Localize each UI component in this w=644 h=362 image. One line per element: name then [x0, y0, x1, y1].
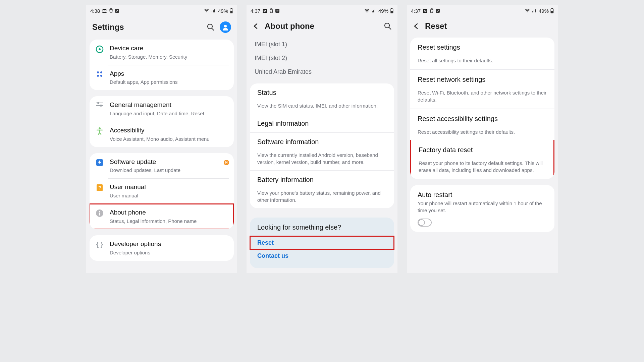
battery-icon [390, 8, 393, 13]
item-title: Status [257, 88, 387, 97]
svg-line-5 [212, 28, 214, 31]
item-title: About phone [110, 208, 229, 217]
check-icon [275, 9, 279, 13]
apps-item[interactable]: AppsDefault apps, App permissions [90, 65, 234, 90]
about-phone-item[interactable]: About phoneStatus, Legal information, Ph… [90, 204, 234, 229]
imei-slot-1[interactable]: IMEI (slot 1) [255, 38, 389, 51]
item-subtitle: View your phone's battery status, remain… [257, 189, 387, 203]
svg-rect-3 [230, 11, 232, 13]
item-subtitle: Reset accessibility settings to their de… [418, 128, 547, 135]
legal-info-item[interactable]: Legal information [250, 114, 394, 132]
svg-text:?: ? [98, 185, 101, 190]
svg-point-14 [97, 102, 99, 104]
item-title: Battery information [257, 175, 387, 184]
item-subtitle: View the SIM card status, IMEI, and othe… [257, 102, 387, 109]
back-button[interactable] [413, 23, 420, 29]
battery-text: 49% [378, 8, 388, 14]
accessibility-item[interactable]: AccessibilityVoice Assistant, Mono audio… [90, 122, 234, 147]
item-subtitle: Reset your phone to its factory default … [419, 160, 546, 174]
svg-point-17 [99, 127, 101, 129]
item-subtitle: Reset all settings to their defaults. [418, 57, 547, 64]
manual-icon: ? [96, 184, 104, 193]
item-subtitle: Reset Wi-Fi, Bluetooth, and other networ… [418, 89, 547, 103]
search-icon[interactable] [207, 23, 214, 31]
svg-point-4 [208, 24, 212, 29]
item-subtitle: Status, Legal information, Phone name [110, 218, 229, 225]
page-title: Reset [425, 21, 552, 31]
profile-avatar[interactable] [220, 21, 231, 33]
auto-restart-toggle[interactable] [418, 219, 432, 227]
wifi-icon [364, 9, 370, 13]
shop-icon [269, 8, 273, 13]
item-title: Accessibility [110, 126, 229, 135]
signal-icon [211, 9, 216, 13]
image-icon: 🖼 [102, 8, 107, 14]
page-title: About phone [265, 21, 379, 31]
clock: 4:37 [411, 8, 421, 14]
signal-icon [532, 9, 537, 13]
image-icon: 🖼 [423, 8, 428, 14]
search-icon[interactable] [384, 22, 391, 30]
svg-point-16 [100, 105, 102, 107]
developer-options-item[interactable]: { } Developer optionsDeveloper options [90, 235, 234, 261]
status-item[interactable]: Status View the SIM card status, IMEI, a… [250, 83, 394, 114]
item-title: Apps [110, 70, 229, 78]
device-care-icon [95, 45, 104, 55]
shop-icon [109, 8, 113, 13]
item-subtitle: Language and input, Date and time, Reset [110, 110, 229, 117]
settings-group-4: { } Developer optionsDeveloper options [90, 235, 234, 261]
region-info[interactable]: United Arab Emirates [255, 65, 389, 79]
settings-group-3: Software updateDownload updates, Last up… [90, 153, 234, 229]
auto-restart-card: Auto restart Your phone will restart aut… [410, 185, 554, 232]
update-icon [96, 159, 104, 168]
svg-rect-26 [391, 8, 392, 9]
item-subtitle: Developer options [110, 249, 229, 256]
software-update-item[interactable]: Software updateDownload updates, Last up… [90, 153, 234, 179]
settings-group-1: Device careBattery, Storage, Memory, Sec… [90, 40, 234, 90]
device-care-item[interactable]: Device careBattery, Storage, Memory, Sec… [90, 40, 234, 65]
device-info-list: IMEI (slot 1) IMEI (slot 2) United Arab … [247, 38, 397, 83]
about-list: Status View the SIM card status, IMEI, a… [250, 83, 394, 208]
battery-info-item[interactable]: Battery information View your phone's ba… [250, 170, 394, 208]
reset-screen: 4:37 🖼 49% Reset Reset settings Reset al… [407, 5, 558, 273]
sliders-icon [96, 102, 104, 110]
reset-accessibility-item[interactable]: Reset accessibility settings Reset acces… [410, 109, 554, 141]
reset-network-item[interactable]: Reset network settings Reset Wi-Fi, Blue… [410, 69, 554, 109]
item-subtitle: Default apps, App permissions [110, 78, 229, 85]
factory-reset-item[interactable]: Factory data reset Reset your phone to i… [410, 140, 554, 179]
software-info-item[interactable]: Software information View the currently … [250, 132, 394, 170]
image-icon: 🖼 [262, 8, 267, 14]
check-icon [436, 9, 440, 13]
item-subtitle: Your phone will restart automatically wi… [418, 200, 547, 214]
item-subtitle: Voice Assistant, Mono audio, Assistant m… [110, 135, 229, 142]
auto-restart-item[interactable]: Auto restart Your phone will restart aut… [410, 185, 554, 232]
check-icon [115, 9, 119, 13]
reset-options: Reset settings Reset all settings to the… [410, 38, 554, 179]
reset-settings-item[interactable]: Reset settings Reset all settings to the… [410, 38, 554, 69]
svg-rect-27 [391, 11, 393, 13]
svg-point-12 [100, 75, 102, 77]
svg-point-22 [99, 211, 100, 212]
accessibility-icon [96, 127, 103, 136]
battery-icon [230, 8, 233, 13]
item-title: Auto restart [418, 190, 547, 199]
user-manual-item[interactable]: ? User manualUser manual [90, 178, 234, 204]
item-title: Device care [110, 44, 229, 53]
suggestions-card: Looking for something else? Reset Contac… [250, 218, 394, 268]
item-subtitle: View the currently installed Android ver… [257, 152, 387, 166]
wifi-icon [525, 9, 530, 13]
back-button[interactable] [253, 23, 259, 29]
general-management-item[interactable]: General managementLanguage and input, Da… [90, 96, 234, 122]
item-subtitle: Battery, Storage, Memory, Security [110, 53, 229, 60]
imei-slot-2[interactable]: IMEI (slot 2) [255, 51, 389, 65]
contact-us-link[interactable]: Contact us [257, 250, 387, 262]
item-title: Reset settings [418, 43, 547, 52]
svg-rect-33 [551, 11, 553, 13]
svg-point-10 [100, 71, 102, 73]
svg-rect-32 [551, 8, 553, 9]
svg-point-28 [385, 23, 389, 28]
item-title: Reset accessibility settings [418, 114, 547, 123]
braces-icon: { } [96, 241, 103, 248]
apps-icon [96, 70, 103, 79]
reset-link[interactable]: Reset [250, 236, 394, 250]
